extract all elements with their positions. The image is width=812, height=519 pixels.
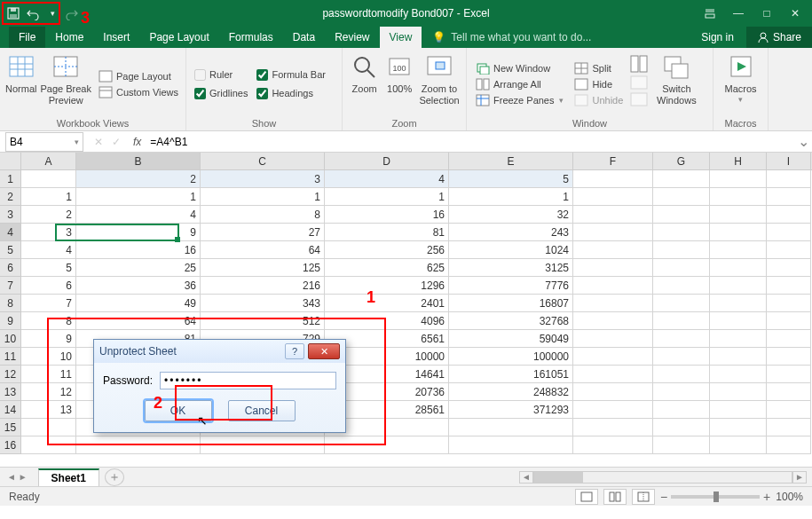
cell[interactable] (653, 241, 710, 259)
save-icon[interactable] (5, 5, 21, 21)
cell[interactable]: 9 (76, 224, 201, 241)
cell[interactable] (767, 436, 811, 454)
reset-window-icon[interactable] (630, 92, 648, 106)
cell[interactable] (710, 436, 767, 454)
view-side-by-side-icon[interactable] (630, 55, 648, 73)
normal-view-status-button[interactable] (575, 489, 598, 505)
zoom-out-icon[interactable]: − (660, 490, 667, 504)
cell[interactable] (767, 383, 811, 401)
row-header-1[interactable]: 1 (0, 170, 20, 188)
tab-data[interactable]: Data (283, 27, 325, 48)
cell[interactable]: 4 (76, 206, 201, 224)
cell[interactable] (573, 383, 653, 401)
cell[interactable]: 3 (21, 224, 76, 241)
cell[interactable]: 27 (201, 224, 325, 241)
cell[interactable]: 32768 (449, 312, 573, 330)
cell[interactable] (710, 224, 767, 241)
row-header-13[interactable]: 13 (0, 383, 20, 401)
close-window-button[interactable]: ✕ (782, 2, 808, 25)
cell[interactable]: 9 (21, 330, 76, 348)
cell[interactable]: 64 (76, 312, 201, 330)
add-sheet-button[interactable]: ＋ (105, 468, 124, 486)
unhide-button[interactable]: Unhide (571, 93, 627, 107)
row-header-5[interactable]: 5 (0, 241, 20, 259)
row-header-7[interactable]: 7 (0, 277, 20, 295)
row-header-2[interactable]: 2 (0, 188, 20, 206)
cell[interactable]: 16 (325, 206, 449, 224)
fx-icon[interactable]: fx (128, 136, 146, 148)
cell[interactable] (710, 312, 767, 330)
zoom-100-button[interactable]: 100100% (384, 51, 414, 116)
cell[interactable]: 8 (201, 206, 325, 224)
cell[interactable] (710, 206, 767, 224)
cell[interactable]: 3 (201, 170, 325, 188)
cell[interactable]: 2401 (325, 295, 449, 312)
cell[interactable]: 1 (76, 188, 201, 206)
cell[interactable] (710, 383, 767, 401)
cell[interactable] (573, 419, 653, 436)
cell[interactable] (21, 170, 76, 188)
row-header-12[interactable]: 12 (0, 366, 20, 383)
cell[interactable]: 4 (21, 241, 76, 259)
zoom-to-selection-button[interactable]: Zoom to Selection (418, 51, 461, 116)
col-header-I[interactable]: I (767, 153, 811, 169)
expand-formula-bar-icon[interactable]: ⌄ (794, 133, 812, 150)
cell[interactable]: 4 (325, 170, 449, 188)
cell[interactable] (573, 436, 653, 454)
page-break-status-button[interactable] (632, 489, 655, 505)
cell[interactable] (653, 436, 710, 454)
row-header-9[interactable]: 9 (0, 312, 20, 330)
cancel-formula-icon[interactable]: ✕ (94, 136, 103, 148)
cell[interactable]: 2 (76, 170, 201, 188)
cell[interactable] (710, 419, 767, 436)
cell[interactable]: 625 (325, 259, 449, 277)
cell[interactable]: 59049 (449, 330, 573, 348)
minimize-button[interactable]: — (725, 2, 752, 25)
cell[interactable]: 8 (21, 312, 76, 330)
cell[interactable] (710, 366, 767, 383)
col-header-H[interactable]: H (710, 153, 767, 169)
row-header-6[interactable]: 6 (0, 259, 20, 277)
hide-button[interactable]: Hide (571, 77, 627, 91)
arrange-all-button[interactable]: Arrange All (472, 77, 567, 91)
cell[interactable] (767, 295, 811, 312)
ok-button[interactable]: OK ↖ (145, 400, 212, 421)
cell[interactable] (767, 419, 811, 436)
cell[interactable]: 81 (325, 224, 449, 241)
cell[interactable]: 6 (21, 277, 76, 295)
row-header-3[interactable]: 3 (0, 206, 20, 224)
cell[interactable] (76, 436, 201, 454)
cell[interactable] (710, 330, 767, 348)
cell[interactable] (653, 170, 710, 188)
cell[interactable]: 2 (21, 206, 76, 224)
cell[interactable] (573, 348, 653, 366)
cell[interactable] (767, 312, 811, 330)
normal-view-button[interactable]: Normal (5, 51, 36, 116)
cell[interactable] (573, 330, 653, 348)
zoom-button[interactable]: Zoom (348, 51, 381, 116)
cell[interactable] (653, 383, 710, 401)
cell[interactable]: 100000 (449, 348, 573, 366)
macros-button[interactable]: Macros▾ (719, 51, 762, 116)
cell[interactable] (449, 436, 573, 454)
headings-checkbox[interactable]: Headings (254, 87, 328, 100)
zoom-slider[interactable]: − + (660, 490, 770, 504)
col-header-D[interactable]: D (325, 153, 449, 169)
cell[interactable] (767, 330, 811, 348)
tab-home[interactable]: Home (45, 27, 93, 48)
row-header-16[interactable]: 16 (0, 436, 20, 454)
cell[interactable]: 216 (201, 277, 325, 295)
cancel-button[interactable]: Cancel (228, 400, 296, 421)
split-button[interactable]: Split (571, 61, 627, 75)
dialog-help-button[interactable]: ? (285, 343, 304, 359)
cell[interactable]: 161051 (449, 366, 573, 383)
cell[interactable]: 1 (201, 188, 325, 206)
horizontal-scrollbar[interactable]: ◄ ► (519, 470, 812, 484)
cell[interactable]: 1 (325, 188, 449, 206)
scroll-left-icon[interactable]: ◄ (519, 471, 533, 484)
cell[interactable] (767, 170, 811, 188)
maximize-button[interactable]: □ (753, 2, 780, 25)
cell[interactable] (573, 312, 653, 330)
cell[interactable] (573, 277, 653, 295)
tab-page-layout[interactable]: Page Layout (139, 27, 218, 48)
